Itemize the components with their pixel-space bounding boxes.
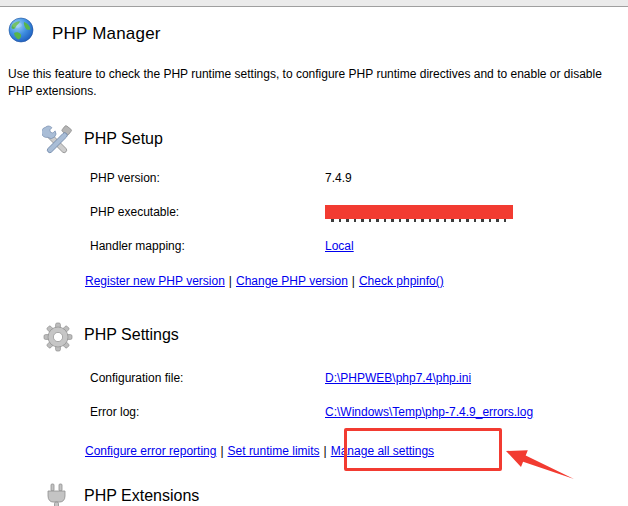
annotation-highlight-box [344,428,502,471]
redacted-text-fragment [331,219,507,222]
setup-links-row: Register new PHP version|Change PHP vers… [85,271,444,289]
section-title-php-setup: PHP Setup [84,130,163,148]
link-separator: | [216,444,227,458]
plug-icon [42,483,72,506]
php-version-label: PHP version: [90,171,160,185]
tools-icon [42,125,74,159]
link-separator: | [320,444,331,458]
error-log-label: Error log: [90,405,139,419]
php-executable-label: PHP executable: [90,205,179,219]
annotation-arrow-icon [498,436,588,492]
change-php-version-link[interactable]: Change PHP version [236,274,348,288]
configuration-file-label: Configuration file: [90,371,183,385]
feature-description-line2: PHP extensions. [8,83,97,100]
redaction-bar [325,205,513,219]
top-divider [0,0,628,7]
globe-icon [8,17,34,43]
configuration-file-link[interactable]: D:\PHPWEB\php7.4\php.ini [325,371,471,385]
link-separator: | [225,274,236,288]
feature-description-line1: Use this feature to check the PHP runtim… [8,66,602,83]
handler-mapping-local-link[interactable]: Local [325,239,354,253]
configure-error-reporting-link[interactable]: Configure error reporting [85,444,216,458]
section-title-php-settings: PHP Settings [84,326,179,344]
php-version-value: 7.4.9 [325,171,352,185]
section-title-php-extensions: PHP Extensions [84,487,199,505]
gear-icon [42,320,74,354]
set-runtime-limits-link[interactable]: Set runtime limits [228,444,320,458]
check-phpinfo-link[interactable]: Check phpinfo() [359,274,444,288]
register-new-php-version-link[interactable]: Register new PHP version [85,274,225,288]
error-log-link[interactable]: C:\Windows\Temp\php-7.4.9_errors.log [325,405,533,419]
php-manager-feature-page: PHP Manager Use this feature to check th… [0,0,628,506]
page-title: PHP Manager [52,24,161,44]
link-separator: | [348,274,359,288]
handler-mapping-label: Handler mapping: [90,239,185,253]
